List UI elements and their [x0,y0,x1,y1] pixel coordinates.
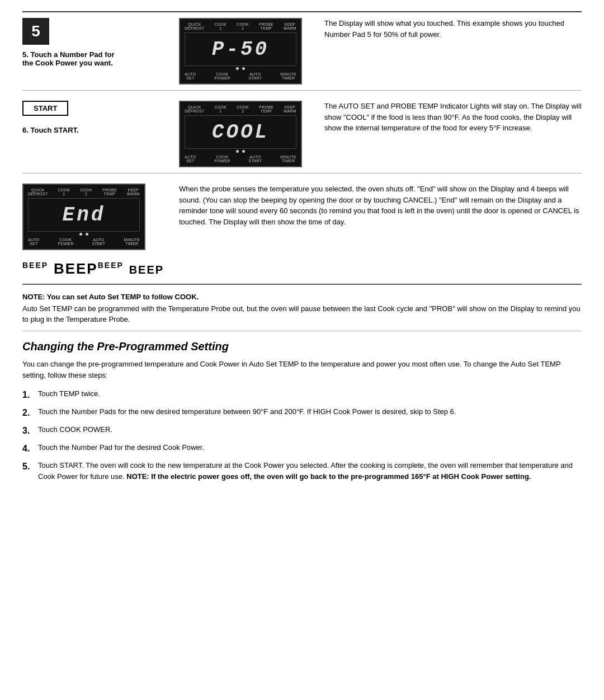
step6-top-labels: QUICKDEFROST COOK1 COOK2 PROBETEMP KEEPW… [185,105,296,113]
end-top-labels: QUICKDEFROST COOK1 COOK2 PROBETEMP KEEPW… [28,188,140,196]
step6-description: The AUTO SET and PROBE TEMP Indicator Li… [324,101,582,134]
end-beep-section: QUICKDEFROST COOK1 COOK2 PROBETEMP KEEPW… [22,184,582,285]
step-text-5: Touch START. The oven will cook to the n… [38,460,582,482]
changing-steps-list: 1. Touch TEMP twice. 2. Touch the Number… [22,388,582,482]
step5-desc-text: The Display will show what you touched. … [324,19,564,39]
step-text-4: Touch the Number Pad for the desired Coo… [38,442,204,453]
note-title-text: NOTE: You can set Auto Set TEMP to follo… [22,293,199,301]
step5-panel: QUICKDEFROST COOK1 COOK2 PROBETEMP KEEPW… [179,18,302,84]
step6-row: START 6. Touch START. QUICKDEFROST COOK1… [22,101,582,173]
top-rule [22,11,582,12]
step6-desc-text: The AUTO SET and PROBE TEMP Indicator Li… [324,102,582,132]
step6-display-text: COOL [185,115,296,149]
end-display-value: End [63,204,106,227]
step-num-4: 4. [22,442,36,455]
end-bottom-labels: AUTOSET COOKPOWER AUTOSTART MINUTETIMER [28,238,140,246]
step5-number-box: 5 [22,18,49,45]
beep-text-block: BEEP BEEPBEEP BEEP [22,259,168,278]
changing-heading: Changing the Pre-Programmed Setting [22,340,582,353]
beep-text: BEEP BEEPBEEP BEEP [22,259,168,278]
changing-step-1: 1. Touch TEMP twice. [22,388,582,402]
end-display-text: End [28,198,140,232]
step-num-1: 1. [22,388,36,402]
note-section: NOTE: You can set Auto Set TEMP to follo… [22,293,582,331]
step5-top-labels: QUICKDEFROST COOK1 COOK2 PROBETEMP KEEPW… [185,22,296,30]
step6-panel: QUICKDEFROST COOK1 COOK2 PROBETEMP KEEPW… [179,101,302,167]
note-body: Auto Set TEMP can be programmed with the… [22,303,582,325]
step6-indicators [185,150,296,153]
changing-intro: You can change the pre-programmed temper… [22,359,582,382]
step5-indicators [185,67,296,70]
indicator-dot [236,67,239,70]
end-display-panel: QUICKDEFROST COOK1 COOK2 PROBETEMP KEEPW… [22,184,145,250]
step5-bottom-labels: AUTOSET COOKPOWER AUTOSTART MINUTETIMER [185,72,296,80]
step5-display-panel: QUICKDEFROST COOK1 COOK2 PROBETEMP KEEPW… [179,18,313,84]
step5-sublabel: the Cook Power you want. [22,59,168,67]
step5-number: 5 [31,22,40,40]
step5-row: 5 5. Touch a Number Pad for the Cook Pow… [22,18,582,91]
beep-left: QUICKDEFROST COOK1 COOK2 PROBETEMP KEEPW… [22,184,179,278]
start-button-display: START [22,101,68,116]
end-indicators [28,233,140,236]
changing-step-3: 3. Touch COOK POWER. [22,424,582,438]
step-num-2: 2. [22,406,36,420]
indicator-dot [236,150,239,153]
changing-section: Changing the Pre-Programmed Setting You … [22,340,582,482]
step5-label: 5. Touch a Number Pad for [22,50,168,59]
step-num-5: 5. [22,460,36,473]
changing-step-2: 2. Touch the Number Pads for the new des… [22,406,582,420]
changing-step-5: 5. Touch START. The oven will cook to th… [22,460,582,482]
note-title: NOTE: You can set Auto Set TEMP to follo… [22,293,582,301]
step-text-3: Touch COOK POWER. [38,424,112,435]
step5-display-text: P-50 [185,32,296,66]
step6-label: 6. [22,126,29,134]
end-description: When the probe senses the temperature yo… [179,184,582,227]
indicator-dot [242,150,245,153]
changing-step-4: 4. Touch the Number Pad for the desired … [22,442,582,455]
indicator-dot [242,67,245,70]
note-body-text: Auto Set TEMP can be programmed with the… [22,304,581,324]
step6-display-value: COOL [212,121,269,144]
step6-label-row: 6. Touch START. [22,126,168,134]
step5-description: The Display will show what you touched. … [324,18,582,40]
step6-bottom-labels: AUTOSET COOKPOWER AUTOSTART MINUTETIMER [185,155,296,163]
indicator-dot [79,233,82,236]
indicator-dot [86,233,88,236]
step6-left: START 6. Touch START. [22,101,179,134]
step6-display-panel: QUICKDEFROST COOK1 COOK2 PROBETEMP KEEPW… [179,101,313,167]
end-desc-text: When the probe senses the temperature yo… [179,185,579,226]
step5-display-value: P-50 [212,38,269,61]
step-text-2: Touch the Number Pads for the new desire… [38,406,456,417]
step6-text: Touch START. [30,126,78,134]
step-text-1: Touch TEMP twice. [38,388,100,400]
step5-left: 5 5. Touch a Number Pad for the Cook Pow… [22,18,179,67]
step-num-3: 3. [22,424,36,438]
